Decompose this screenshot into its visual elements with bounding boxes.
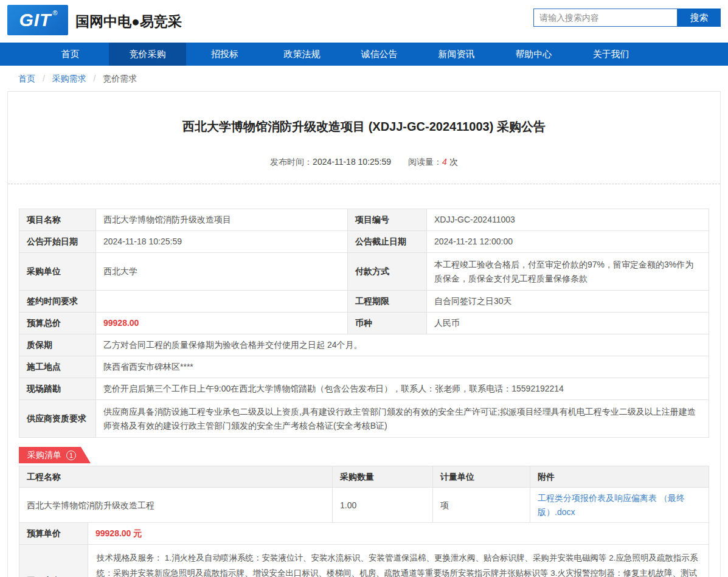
table-row: 项目名称 西北大学博物馆消防升级改造项目 项目编号 XDJJ-GC-202411…: [19, 209, 709, 231]
signing-time-value: [96, 291, 348, 313]
logo-text: GIT: [19, 10, 51, 30]
project-name-label: 项目名称: [19, 209, 96, 231]
top-bar: GIT® 国网中电●易竞采 搜索: [0, 0, 728, 43]
page-title: 西北大学博物馆消防升级改造项目 (XDJJ-GC-202411003) 采购公告: [26, 119, 702, 135]
project-duration-value: 自合同签订之日30天: [427, 291, 709, 313]
publish-time: 2024-11-18 10:25:59: [313, 157, 391, 167]
announce-start-label: 公告开始日期: [19, 231, 96, 253]
warranty-label: 质保期: [19, 334, 96, 356]
construction-site-value: 陕西省西安市碑林区****: [96, 356, 709, 378]
col-header-attachment: 附件: [530, 466, 709, 488]
read-count: 4: [442, 157, 447, 167]
purchase-list-table: 工程名称 采购数量 计量单位 附件 西北大学博物馆消防升级改造工程 1.00 项…: [19, 466, 709, 523]
supplier-qualification-label: 供应商资质要求: [19, 400, 96, 438]
search-bar: 搜索: [533, 9, 721, 27]
project-number-value: XDJJ-GC-202411003: [427, 209, 709, 231]
breadcrumb-purchase-demand[interactable]: 采购需求: [52, 74, 86, 83]
purchase-list-count-badge: 1: [66, 451, 76, 460]
project-content-label: 工程内容: [19, 544, 88, 577]
announce-end-label: 公告截止日期: [348, 231, 427, 253]
signing-time-label: 签约时间要求: [19, 291, 96, 313]
item-project-name: 西北大学博物馆消防升级改造工程: [19, 488, 333, 523]
table-row: 预算总价 99928.00 币种 人民币: [19, 313, 709, 334]
table-row: 签约时间要求 工程期限 自合同签订之日30天: [19, 291, 709, 313]
project-info-table: 项目名称 西北大学博物馆消防升级改造项目 项目编号 XDJJ-GC-202411…: [19, 209, 709, 438]
site-survey-label: 现场踏勘: [19, 378, 96, 400]
purchaser-label: 采购单位: [19, 253, 96, 291]
purchase-list-badge-label: 采购清单: [27, 450, 61, 461]
purchase-detail-table: 预算单价 99928.00 元 工程内容 技术规格及服务： 1.消火栓及自动喷淋…: [19, 522, 709, 577]
nav-item-policy[interactable]: 政策法规: [263, 43, 341, 66]
breadcrumb-current: 竞价需求: [103, 74, 137, 83]
site-survey-value: 竞价开启后第三个工作日上午9:00在西北大学博物馆踏勘（包含公告发布日），联系人…: [96, 378, 709, 400]
table-row: 供应商资质要求 供应商应具备消防设施工程专业承包二级及以上资质,具有建设行政主管…: [19, 400, 709, 438]
purchase-list-badge: 采购清单 1: [19, 447, 91, 463]
dashed-divider: [8, 184, 720, 184]
nav-item-about[interactable]: 关于我们: [572, 43, 650, 66]
table-row: 质保期 乙方对合同工程的质量保修期为验收合格并交付使用之日起 24个月。: [19, 334, 709, 356]
unit-price-value: 99928.00 元: [88, 523, 709, 544]
breadcrumb-separator: /: [94, 74, 96, 83]
nav-item-integrity[interactable]: 诚信公告: [341, 43, 418, 66]
table-row: 工程内容 技术规格及服务： 1.消火栓及自动喷淋系统：安装液位计、安装水流标识、…: [19, 544, 709, 577]
publish-time-label: 发布时间：: [270, 157, 313, 167]
site-title: 国网中电●易竞采: [75, 0, 182, 43]
table-row: 西北大学博物馆消防升级改造工程 1.00 项 工程类分项报价表及响应偏离表 （最…: [19, 488, 709, 523]
nav-item-help[interactable]: 帮助中心: [495, 43, 572, 66]
currency-label: 币种: [348, 313, 427, 334]
project-name-value: 西北大学博物馆消防升级改造项目: [96, 209, 348, 231]
project-content-value: 技术规格及服务： 1.消火栓及自动喷淋系统：安装液位计、安装水流标识、安装管道保…: [88, 544, 709, 577]
warranty-value: 乙方对合同工程的质量保修期为验收合格并交付使用之日起 24个月。: [96, 334, 709, 356]
table-row: 采购单位 西北大学 付款方式 本工程竣工验收合格后，付至审定价款的97%，留审定…: [19, 253, 709, 291]
table-row: 公告开始日期 2024-11-18 10:25:59 公告截止日期 2024-1…: [19, 231, 709, 253]
project-number-label: 项目编号: [348, 209, 427, 231]
nav-item-bidding-purchase[interactable]: 竞价采购: [109, 43, 186, 66]
currency-value: 人民币: [427, 313, 709, 334]
nav-item-home[interactable]: 首页: [32, 43, 109, 66]
read-count-label: 阅读量：: [408, 157, 442, 167]
attachment-link[interactable]: 工程类分项报价表及响应偏离表 （最终版）.docx: [538, 493, 685, 516]
item-quantity: 1.00: [333, 488, 433, 523]
read-count-unit: 次: [449, 157, 458, 167]
breadcrumb: 首页 / 采购需求 / 竞价需求: [0, 66, 728, 91]
construction-site-label: 施工地点: [19, 356, 96, 378]
supplier-qualification-value: 供应商应具备消防设施工程专业承包二级及以上资质,具有建设行政主管部门颁发的有效的…: [96, 400, 709, 438]
item-unit: 项: [433, 488, 530, 523]
payment-method-value: 本工程竣工验收合格后，付至审定价款的97%，留审定金额的3%作为质保金，质保金支…: [427, 253, 709, 291]
search-input[interactable]: [533, 9, 678, 27]
table-row: 现场踏勘 竞价开启后第三个工作日上午9:00在西北大学博物馆踏勘（包含公告发布日…: [19, 378, 709, 400]
unit-price-label: 预算单价: [19, 523, 88, 544]
project-duration-label: 工程期限: [348, 291, 427, 313]
table-header-row: 工程名称 采购数量 计量单位 附件: [19, 466, 709, 488]
purchaser-value: 西北大学: [96, 253, 348, 291]
breadcrumb-separator: /: [43, 74, 45, 83]
main-nav: 首页 竞价采购 招投标 政策法规 诚信公告 新闻资讯 帮助中心 关于我们: [0, 43, 728, 66]
budget-total-value: 99928.00: [96, 313, 348, 334]
announcement-card: 西北大学博物馆消防升级改造项目 (XDJJ-GC-202411003) 采购公告…: [7, 91, 721, 577]
nav-item-news[interactable]: 新闻资讯: [418, 43, 495, 66]
budget-total-label: 预算总价: [19, 313, 96, 334]
registered-mark: ®: [52, 9, 57, 16]
announce-end-value: 2024-11-21 12:00:00: [427, 231, 709, 253]
col-header-quantity: 采购数量: [333, 466, 433, 488]
table-row: 施工地点 陕西省西安市碑林区****: [19, 356, 709, 378]
announce-start-value: 2024-11-18 10:25:59: [96, 231, 348, 253]
payment-method-label: 付款方式: [348, 253, 427, 291]
nav-item-tendering[interactable]: 招投标: [186, 43, 263, 66]
announcement-meta: 发布时间：2024-11-18 10:25:59阅读量：4次: [8, 157, 720, 168]
breadcrumb-home[interactable]: 首页: [18, 74, 35, 83]
table-row: 预算单价 99928.00 元: [19, 523, 709, 544]
search-button[interactable]: 搜索: [678, 9, 721, 27]
col-header-project-name: 工程名称: [19, 466, 333, 488]
git-logo: GIT®: [7, 5, 68, 35]
col-header-unit: 计量单位: [433, 466, 530, 488]
